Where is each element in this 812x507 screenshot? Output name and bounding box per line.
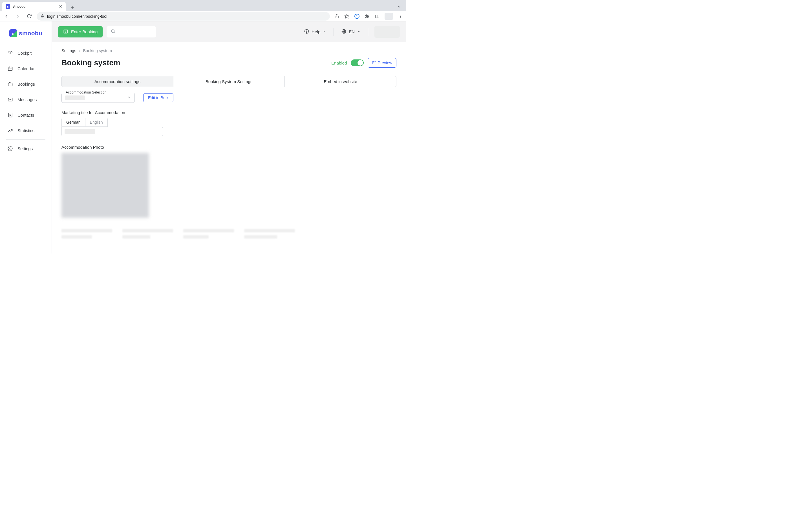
favicon-icon: s: [6, 4, 10, 9]
sidebar-item-cockpit[interactable]: Cockpit: [2, 45, 49, 61]
browser-chrome: s Smoobu ✕ ＋ login.smoobu.com/en/booking…: [0, 0, 406, 21]
onepassword-icon[interactable]: 1: [354, 13, 360, 19]
lock-icon: [41, 14, 44, 18]
svg-point-16: [10, 114, 11, 115]
sidepanel-icon[interactable]: [374, 13, 380, 19]
edit-in-bulk-button[interactable]: Edit in Bulk: [143, 93, 173, 102]
sidebar: s smoobu Cockpit Calendar Bookings: [0, 21, 52, 253]
sidebar-item-label: Bookings: [17, 82, 35, 87]
back-button[interactable]: [3, 13, 10, 20]
sidebar-item-label: Cockpit: [17, 51, 32, 55]
toggle-knob: [357, 60, 363, 66]
svg-rect-13: [8, 83, 12, 86]
svg-marker-1: [345, 14, 349, 18]
sidebar-item-settings[interactable]: Settings: [2, 141, 49, 156]
sidebar-item-statistics[interactable]: Statistics: [2, 123, 49, 138]
title-row: Booking system Enabled Preview: [61, 58, 396, 68]
topbar-right: Help EN: [303, 26, 400, 38]
logo[interactable]: s smoobu: [0, 26, 52, 45]
sidebar-item-contacts[interactable]: Contacts: [2, 107, 49, 123]
accommodation-photo-label: Accommodation Photo: [61, 145, 396, 150]
reload-button[interactable]: [26, 13, 33, 20]
content: Settings / Booking system Booking system…: [52, 42, 406, 247]
subtabs: Accommodation settings Booking System Se…: [61, 76, 396, 87]
nav-divider: [6, 139, 45, 140]
tabs-dropdown-icon[interactable]: [395, 2, 404, 11]
nav-list: Cockpit Calendar Bookings Messages: [0, 45, 52, 156]
sidebar-item-messages[interactable]: Messages: [2, 92, 49, 107]
help-menu[interactable]: Help: [303, 29, 327, 35]
url-text: login.smoobu.com/en/booking-tool: [47, 14, 107, 18]
sidebar-item-label: Calendar: [17, 66, 35, 71]
sidebar-item-bookings[interactable]: Bookings: [2, 76, 49, 92]
kebab-menu-icon[interactable]: [398, 13, 403, 19]
forward-button[interactable]: [14, 13, 21, 20]
search-icon: [110, 29, 116, 35]
title-actions: Enabled Preview: [331, 58, 396, 68]
svg-point-6: [400, 17, 401, 18]
preview-label: Preview: [377, 61, 392, 65]
page-title: Booking system: [61, 59, 120, 67]
svg-point-17: [10, 148, 11, 149]
account-menu[interactable]: [374, 26, 400, 38]
logo-text: smoobu: [19, 30, 42, 37]
svg-rect-9: [8, 67, 12, 71]
sidebar-item-calendar[interactable]: Calendar: [2, 61, 49, 76]
chevron-down-icon: [357, 29, 361, 34]
tab-booking-system-settings[interactable]: Booking System Settings: [173, 76, 285, 87]
enter-booking-button[interactable]: Enter Booking: [58, 26, 103, 38]
topbar: Enter Booking Help: [52, 21, 406, 42]
accommodation-select[interactable]: Accommodation Selection: [61, 93, 135, 103]
svg-point-25: [306, 32, 307, 33]
profile-avatar[interactable]: [385, 13, 393, 20]
chrome-actions: 1: [334, 13, 403, 20]
tab-title: Smoobu: [12, 4, 26, 8]
tab-embed-in-website[interactable]: Embed in website: [285, 76, 396, 87]
preview-button[interactable]: Preview: [368, 58, 396, 68]
breadcrumb-current: Booking system: [83, 48, 112, 53]
browser-tab[interactable]: s Smoobu ✕: [2, 2, 66, 11]
external-link-icon: [372, 61, 376, 65]
star-icon[interactable]: [344, 13, 350, 19]
tab-accommodation-settings[interactable]: Accommodation settings: [62, 76, 173, 87]
breadcrumb-separator: /: [79, 48, 80, 53]
chevron-down-icon: [127, 95, 131, 100]
accommodation-selection-row: Accommodation Selection Edit in Bulk: [61, 93, 396, 103]
sidebar-item-label: Statistics: [17, 128, 35, 133]
accommodation-select-value: [65, 96, 85, 100]
svg-line-27: [373, 61, 375, 62]
address-bar-row: login.smoobu.com/en/booking-tool 1: [0, 11, 406, 21]
new-tab-button[interactable]: ＋: [68, 3, 77, 11]
accommodation-select-label: Accommodation Selection: [64, 91, 108, 94]
breadcrumb: Settings / Booking system: [61, 48, 396, 53]
lang-tab-english[interactable]: English: [86, 118, 108, 127]
briefcase-icon: [7, 81, 13, 87]
gear-icon: [7, 146, 13, 151]
language-menu[interactable]: EN: [340, 29, 362, 35]
redacted-content: [61, 229, 396, 241]
sidebar-item-label: Settings: [17, 146, 33, 151]
svg-point-5: [400, 16, 401, 16]
breadcrumb-root[interactable]: Settings: [61, 48, 76, 53]
logo-mark-icon: s: [9, 29, 17, 37]
language-tabs: German English: [61, 118, 396, 127]
lang-tab-german[interactable]: German: [61, 118, 86, 127]
enabled-toggle[interactable]: [351, 59, 364, 66]
sidebar-item-label: Messages: [17, 97, 37, 102]
help-label: Help: [312, 29, 320, 34]
enabled-label: Enabled: [331, 61, 347, 65]
svg-rect-2: [375, 15, 379, 18]
chevron-down-icon: [322, 29, 326, 34]
calendar-icon: [7, 66, 13, 71]
address-bar[interactable]: login.smoobu.com/en/booking-tool: [37, 12, 330, 20]
accommodation-photo[interactable]: [61, 153, 149, 218]
app-root: s smoobu Cockpit Calendar Bookings: [0, 21, 406, 253]
extensions-icon[interactable]: [364, 13, 370, 19]
main-area: Enter Booking Help: [52, 21, 406, 253]
svg-point-22: [111, 30, 114, 33]
close-tab-icon[interactable]: ✕: [59, 4, 62, 9]
marketing-title-input[interactable]: [61, 127, 163, 136]
share-icon[interactable]: [334, 13, 340, 19]
calendar-plus-icon: [63, 29, 68, 35]
search-input[interactable]: [107, 26, 156, 38]
